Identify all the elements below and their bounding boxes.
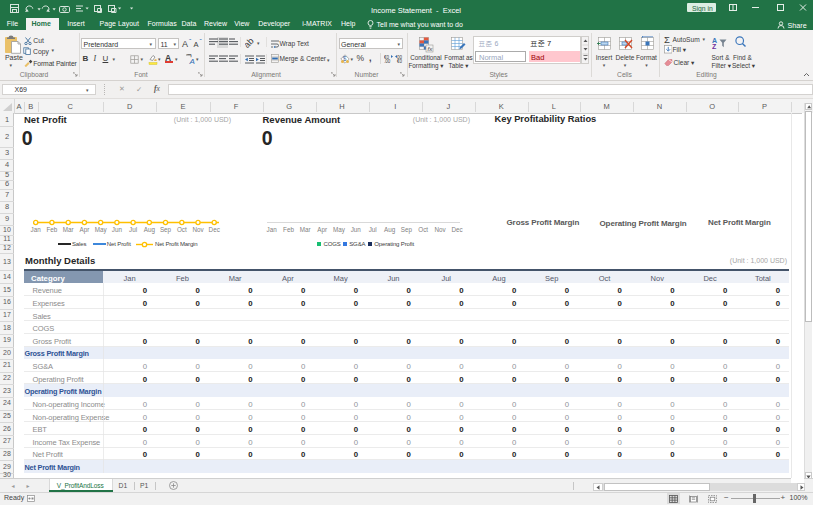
svg-text:€0: €0 xyxy=(397,59,403,63)
svg-text:Nov: Nov xyxy=(434,226,446,233)
svg-text:A: A xyxy=(189,56,195,64)
svg-text:Feb: Feb xyxy=(46,226,57,233)
svg-text:Z: Z xyxy=(712,43,717,49)
svg-text:Jan: Jan xyxy=(31,226,42,233)
svg-text:Jun: Jun xyxy=(351,226,362,233)
svg-text:Apr: Apr xyxy=(317,226,327,234)
svg-text:Jul: Jul xyxy=(369,226,377,233)
svg-text:ab: ab xyxy=(245,38,255,48)
svg-text:May: May xyxy=(333,226,346,234)
svg-text:Mar: Mar xyxy=(300,226,311,233)
svg-text:Dec: Dec xyxy=(451,226,462,233)
svg-text:Jun: Jun xyxy=(112,226,123,233)
svg-text:Feb: Feb xyxy=(283,226,294,233)
svg-text:Jan: Jan xyxy=(267,226,278,233)
svg-text:Nov: Nov xyxy=(192,226,204,233)
svg-text:Jul: Jul xyxy=(129,226,137,233)
svg-text:.00: .00 xyxy=(384,59,391,63)
svg-text:Mar: Mar xyxy=(63,226,74,233)
svg-text:Oct: Oct xyxy=(177,226,187,233)
svg-text:May: May xyxy=(95,226,108,234)
svg-text:Dec: Dec xyxy=(209,226,220,233)
svg-text:Aug: Aug xyxy=(144,226,156,234)
svg-text:Apr: Apr xyxy=(79,226,89,234)
svg-text:Oct: Oct xyxy=(418,226,428,233)
svg-text:Sep: Sep xyxy=(160,226,172,234)
svg-text:Sep: Sep xyxy=(401,226,413,234)
svg-text:Aug: Aug xyxy=(384,226,396,234)
